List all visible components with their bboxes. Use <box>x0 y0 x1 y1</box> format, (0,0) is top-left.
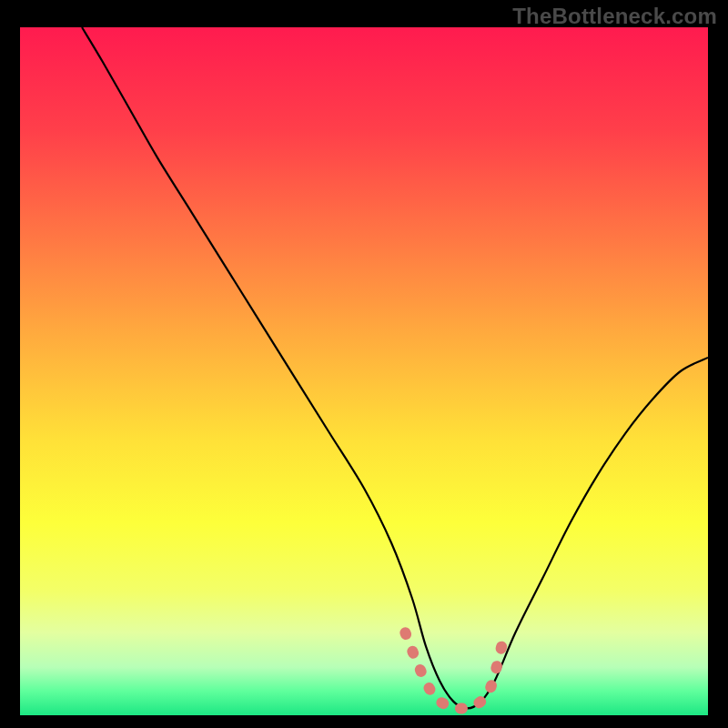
bottleneck-chart <box>0 0 728 728</box>
chart-gradient-background <box>20 27 708 715</box>
chart-container: TheBottleneck.com <box>0 0 728 728</box>
site-watermark: TheBottleneck.com <box>512 4 717 29</box>
